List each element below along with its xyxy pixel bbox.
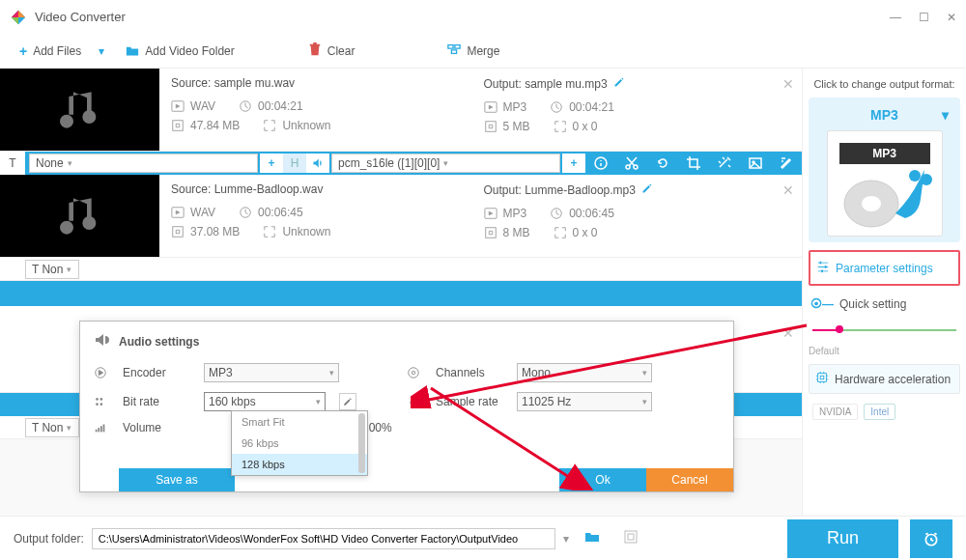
volume-label: Volume bbox=[123, 421, 192, 434]
subtitle-select[interactable]: T Non bbox=[25, 260, 79, 279]
audio-add-button[interactable]: + bbox=[562, 154, 585, 173]
edit-output-icon[interactable] bbox=[641, 182, 653, 197]
file-thumbnail[interactable] bbox=[0, 175, 159, 257]
subtitle-select[interactable]: T Non bbox=[25, 418, 79, 437]
app-title: Video Converter bbox=[35, 10, 126, 24]
audio-tab-icon[interactable] bbox=[306, 154, 329, 173]
src-duration: 00:06:45 bbox=[258, 206, 303, 219]
schedule-button[interactable] bbox=[910, 519, 952, 558]
sample-rate-select[interactable]: 11025 Hz bbox=[517, 392, 652, 411]
cut-button[interactable] bbox=[616, 152, 647, 175]
audio-settings-dialog: Audio settings Encoder MP3 Bit rate 160 … bbox=[79, 321, 734, 492]
clock-icon bbox=[239, 206, 252, 219]
svg-rect-6 bbox=[173, 121, 184, 131]
remove-file-button[interactable]: ✕ bbox=[782, 325, 794, 341]
file-action-bar: T Non bbox=[0, 258, 802, 281]
add-video-folder-button[interactable]: Add Video Folder bbox=[116, 41, 244, 62]
add-files-button[interactable]: + Add Files bbox=[10, 40, 91, 63]
info-button[interactable] bbox=[585, 152, 616, 175]
svg-point-41 bbox=[96, 403, 99, 406]
browse-button[interactable] bbox=[623, 529, 639, 547]
size-icon bbox=[484, 226, 497, 239]
out-format: MP3 bbox=[503, 207, 527, 220]
clear-button[interactable]: Clear bbox=[298, 39, 365, 63]
format-icon bbox=[171, 206, 185, 219]
dialog-title: Audio settings bbox=[119, 335, 199, 349]
ok-button[interactable]: Ok bbox=[559, 468, 646, 491]
remove-file-button[interactable]: ✕ bbox=[782, 76, 794, 92]
output-folder-dropdown[interactable]: ▾ bbox=[563, 532, 569, 546]
svg-rect-43 bbox=[96, 430, 98, 433]
svg-rect-0 bbox=[448, 45, 453, 49]
add-files-dropdown[interactable]: ▾ bbox=[99, 44, 104, 58]
open-folder-button[interactable] bbox=[584, 529, 600, 547]
clear-label: Clear bbox=[327, 44, 355, 58]
right-panel: Click to change output format: MP3 ▾ MP3 bbox=[802, 69, 966, 516]
audio-track-select[interactable]: pcm_s16le ([1][0][0] bbox=[331, 154, 560, 173]
output-format-card[interactable]: MP3 ▾ MP3 bbox=[809, 98, 960, 242]
chip-icon bbox=[815, 371, 829, 387]
titlebar: Video Converter — ☐ ✕ bbox=[0, 0, 966, 34]
output-label: Output: Lumme-Badloop.mp3 bbox=[484, 183, 636, 197]
svg-rect-23 bbox=[485, 228, 496, 238]
cancel-button[interactable]: Cancel bbox=[646, 468, 733, 491]
src-size: 47.84 MB bbox=[190, 119, 240, 132]
subtitle-add-button[interactable]: + bbox=[260, 154, 283, 173]
run-button[interactable]: Run bbox=[787, 519, 898, 558]
file-row: Source: sample mu.wav WAV 00:04:21 47.84… bbox=[0, 69, 802, 152]
hardsub-button[interactable]: H bbox=[283, 154, 306, 173]
scrollbar[interactable] bbox=[358, 413, 365, 473]
bitrate-label: Bit rate bbox=[123, 395, 192, 408]
svg-rect-19 bbox=[173, 227, 184, 238]
edit-output-icon[interactable] bbox=[613, 76, 625, 91]
svg-rect-44 bbox=[98, 428, 99, 432]
remove-file-button[interactable]: ✕ bbox=[782, 182, 794, 198]
svg-point-28 bbox=[921, 174, 932, 185]
subtitle-select[interactable]: None bbox=[29, 154, 258, 173]
playback-icon bbox=[94, 366, 111, 379]
watermark-button[interactable] bbox=[740, 152, 771, 175]
bitrate-select[interactable]: 160 kbps bbox=[204, 392, 326, 411]
file-thumbnail[interactable] bbox=[0, 69, 159, 151]
bitrate-option[interactable]: Smart Fit bbox=[232, 411, 367, 433]
edit-all-button[interactable] bbox=[771, 152, 802, 175]
subtitle-tab-icon[interactable]: T bbox=[0, 152, 25, 175]
bitrate-option[interactable]: 96 kbps bbox=[232, 433, 367, 454]
clock-icon bbox=[550, 207, 563, 220]
sample-rate-label: Sample rate bbox=[436, 395, 505, 408]
src-format: WAV bbox=[190, 99, 215, 113]
app-logo-icon bbox=[10, 9, 27, 26]
maximize-button[interactable]: ☐ bbox=[919, 11, 929, 24]
crop-button[interactable] bbox=[678, 152, 709, 175]
svg-rect-46 bbox=[103, 425, 105, 433]
svg-point-27 bbox=[909, 170, 921, 182]
bitrate-icon bbox=[94, 395, 111, 408]
merge-button[interactable]: Merge bbox=[438, 39, 509, 63]
resolution-icon bbox=[554, 226, 567, 239]
output-folder-input[interactable] bbox=[92, 528, 555, 549]
quick-setting-row[interactable]: ⦿— Quick setting bbox=[809, 294, 960, 315]
footer-bar: Output folder: ▾ Run bbox=[0, 516, 966, 560]
quality-slider[interactable] bbox=[812, 324, 956, 336]
encoder-label: Encoder bbox=[123, 366, 192, 379]
channels-select[interactable]: Mono bbox=[517, 363, 652, 382]
effects-button[interactable] bbox=[709, 152, 740, 175]
output-label: Output: sample mu.mp3 bbox=[484, 77, 608, 91]
format-icon bbox=[171, 99, 185, 113]
rotate-button[interactable] bbox=[647, 152, 678, 175]
save-as-button[interactable]: Save as bbox=[119, 468, 235, 491]
svg-point-42 bbox=[100, 403, 103, 406]
output-format-name: MP3 bbox=[870, 107, 898, 123]
hardware-acceleration-button[interactable]: Hardware acceleration bbox=[809, 364, 960, 394]
encoder-select[interactable]: MP3 bbox=[204, 363, 339, 382]
src-resolution: Unknown bbox=[282, 119, 330, 132]
parameter-settings-label: Parameter settings bbox=[836, 262, 933, 275]
mic-icon bbox=[407, 395, 424, 408]
parameter-settings-button[interactable]: Parameter settings bbox=[809, 250, 960, 286]
close-button[interactable]: ✕ bbox=[947, 11, 956, 24]
svg-rect-35 bbox=[628, 534, 634, 540]
out-size: 8 MB bbox=[503, 226, 530, 239]
minimize-button[interactable]: — bbox=[890, 11, 901, 24]
bitrate-option[interactable]: 128 kbps bbox=[232, 454, 367, 475]
bitrate-edit-button[interactable] bbox=[339, 393, 356, 410]
